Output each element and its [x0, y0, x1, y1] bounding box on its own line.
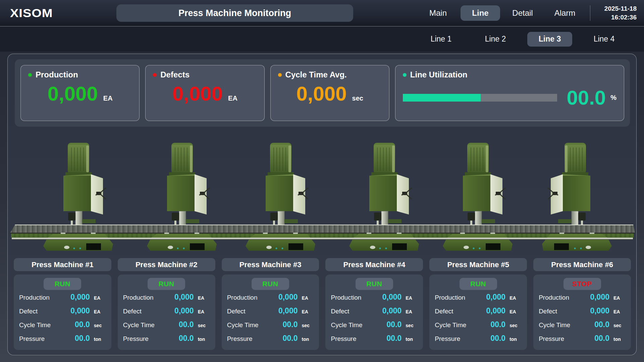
- defects-unit: EA: [228, 95, 237, 102]
- conveyor-rail-rod: [12, 238, 633, 240]
- utilization-progress-track: [403, 94, 557, 102]
- stat-row: Cycle Time00.0sec: [331, 320, 418, 334]
- tab-line-2[interactable]: Line 2: [473, 32, 518, 47]
- stat-row: Cycle Time00.0sec: [227, 320, 314, 334]
- kpi-label: Defects: [160, 70, 190, 79]
- stat-row: Pressure00.0ton: [331, 334, 418, 348]
- main-panel: Production 0,000 EA Defects 0,000 EA Cyc…: [7, 54, 637, 355]
- stat-row: Cycle Time00.0sec: [539, 320, 626, 334]
- press-machine-figure-4: [353, 141, 416, 226]
- nav-alarm[interactable]: Alarm: [545, 5, 585, 21]
- stat-row: Pressure00.0ton: [435, 334, 522, 348]
- stat-row: Defect0,000EA: [539, 306, 626, 320]
- date-text: 2025-11-18: [597, 4, 637, 13]
- utilization-dot-icon: [403, 73, 407, 77]
- tab-line-1[interactable]: Line 1: [419, 32, 464, 47]
- machine-zone: [8, 127, 637, 258]
- nav-line[interactable]: Line: [461, 5, 500, 21]
- kpi-strip: Production 0,000 EA Defects 0,000 EA Cyc…: [15, 59, 630, 127]
- header-divider: [590, 5, 590, 21]
- status-badge: RUN: [252, 278, 289, 290]
- nav-detail[interactable]: Detail: [503, 5, 542, 21]
- utilization-unit: %: [610, 94, 616, 102]
- conveyor-rail-beam: [10, 225, 635, 234]
- machine-panel-1: Press Machine #1 RUN Production0,000EA D…: [14, 258, 111, 350]
- stat-row: Production0,000EA: [539, 293, 626, 306]
- utilization-progress-fill: [403, 94, 481, 102]
- kpi-label: Cycle Time Avg.: [285, 70, 347, 79]
- line-tabs-bar: Line 1 Line 2 Line 3 Line 4: [0, 26, 644, 52]
- production-unit: EA: [103, 95, 113, 102]
- stat-row: Pressure00.0ton: [227, 334, 314, 348]
- stat-row: Defect0,000EA: [227, 306, 314, 320]
- production-dot-icon: [28, 73, 32, 77]
- defects-dot-icon: [153, 73, 157, 77]
- production-value: 0,000: [48, 80, 98, 107]
- press-machine-figure-1: [47, 141, 110, 226]
- stat-row: Defect0,000EA: [19, 306, 106, 320]
- page-title-text: Press Machine Monitoring: [178, 8, 291, 18]
- utilization-value: 00.0: [567, 86, 606, 109]
- machine-panel-6: Press Machine #6 STOP Production0,000EA …: [533, 258, 631, 350]
- stat-row: Cycle Time00.0sec: [123, 320, 210, 334]
- tab-line-4[interactable]: Line 4: [582, 32, 627, 47]
- kpi-label: Line Utilization: [410, 70, 468, 79]
- cycle-time-value: 0,000: [296, 80, 346, 107]
- kpi-card-cycle-time: Cycle Time Avg. 0,000 sec: [270, 65, 389, 121]
- machine-panel-2: Press Machine #2 RUN Production0,000EA D…: [118, 258, 215, 350]
- stat-row: Defect0,000EA: [435, 306, 522, 320]
- machine-panel-title[interactable]: Press Machine #4: [325, 258, 423, 271]
- stat-row: Cycle Time00.0sec: [435, 320, 522, 334]
- stat-row: Production0,000EA: [227, 293, 314, 306]
- machine-panel-title[interactable]: Press Machine #6: [533, 258, 631, 271]
- stat-row: Pressure00.0ton: [539, 334, 626, 348]
- machine-panel-title[interactable]: Press Machine #1: [14, 258, 111, 271]
- page-title: Press Machine Monitoring: [116, 4, 353, 22]
- stat-row: Production0,000EA: [123, 293, 210, 306]
- machine-panel-5: Press Machine #5 RUN Production0,000EA D…: [429, 258, 527, 350]
- app-logo: XISOM: [10, 6, 53, 20]
- kpi-card-production: Production 0,000 EA: [20, 65, 140, 121]
- press-machine-figure-6: [543, 141, 607, 226]
- press-machine-figure-3: [249, 141, 313, 226]
- machine-panel-title[interactable]: Press Machine #2: [118, 258, 215, 271]
- machine-base-6: [537, 233, 614, 253]
- tab-line-3[interactable]: Line 3: [527, 32, 572, 47]
- stat-row: Production0,000EA: [19, 293, 106, 306]
- stat-row: Pressure00.0ton: [19, 334, 106, 348]
- machine-base-2: [144, 233, 221, 253]
- status-badge: RUN: [460, 278, 497, 290]
- kpi-card-defects: Defects 0,000 EA: [145, 65, 264, 121]
- stat-row: Defect0,000EA: [331, 306, 418, 320]
- status-badge: RUN: [44, 278, 81, 290]
- time-text: 16:02:36: [597, 13, 637, 22]
- datetime: 2025-11-18 16:02:36: [597, 4, 637, 21]
- kpi-card-utilization: Line Utilization 00.0 %: [395, 65, 624, 121]
- press-machine-figure-5: [446, 141, 510, 226]
- stat-row: Production0,000EA: [331, 293, 418, 306]
- status-badge: STOP: [564, 278, 601, 290]
- status-badge: RUN: [356, 278, 393, 290]
- nav-main[interactable]: Main: [418, 5, 458, 21]
- machine-panel-title[interactable]: Press Machine #3: [222, 258, 319, 271]
- app-header: XISOM Press Machine Monitoring Main Line…: [0, 0, 644, 26]
- stat-row: Defect0,000EA: [123, 306, 210, 320]
- kpi-label: Production: [36, 70, 78, 79]
- machine-panel-title[interactable]: Press Machine #5: [429, 258, 527, 271]
- machine-panel-3: Press Machine #3 RUN Production0,000EA D…: [222, 258, 319, 350]
- machine-panel-4: Press Machine #4 RUN Production0,000EA D…: [325, 258, 423, 350]
- machine-base-4: [346, 233, 424, 253]
- machine-base-1: [41, 233, 118, 253]
- status-badge: RUN: [148, 278, 185, 290]
- press-machine-figure-2: [150, 141, 214, 226]
- main-nav: Main Line Detail Alarm 2025-11-18 16:02:…: [418, 0, 637, 26]
- machine-panels: Press Machine #1 RUN Production0,000EA D…: [14, 258, 631, 350]
- stat-row: Production0,000EA: [435, 293, 522, 306]
- cycle-time-unit: sec: [352, 95, 363, 102]
- cycle-time-dot-icon: [278, 73, 282, 77]
- machine-base-3: [243, 233, 320, 253]
- defects-value: 0,000: [172, 80, 223, 107]
- stat-row: Cycle Time00.0sec: [19, 320, 106, 334]
- stat-row: Pressure00.0ton: [123, 334, 210, 348]
- machine-base-5: [440, 233, 517, 253]
